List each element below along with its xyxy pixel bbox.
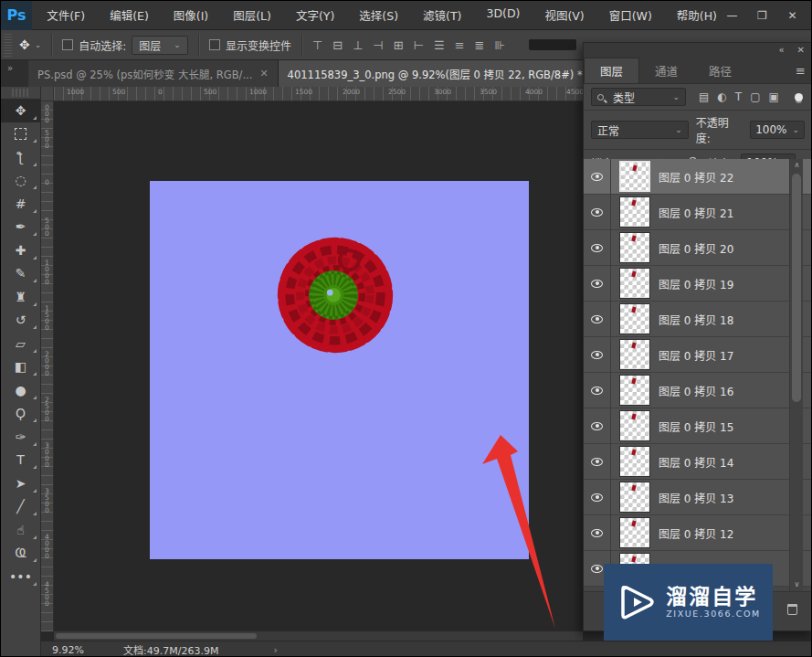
layer-thumbnail[interactable] [619,196,650,228]
tool-button[interactable]: Ϙ [1,402,40,426]
document-tab-inactive[interactable]: PS.psd @ 25% (ps如何秒变 大长腿, RGB/... ✕ [28,60,279,87]
layer-thumbnail[interactable] [619,339,650,370]
tool-button[interactable]: Ҩ [1,542,40,566]
visibility-cell[interactable] [584,444,611,480]
visibility-cell[interactable] [584,480,611,515]
visibility-cell[interactable] [584,230,611,266]
canvas-area[interactable] [54,101,583,631]
filter-icon[interactable]: ▣ [769,90,779,103]
layer-thumbnail[interactable] [619,232,650,263]
tool-button[interactable]: ✒ [1,216,40,239]
menu-item[interactable]: 3D(D) [486,6,520,24]
close-panel-icon[interactable]: ✕ [797,45,805,55]
align-icon[interactable]: ⊢ [414,38,424,52]
align-icon[interactable]: ☰ [434,38,445,52]
tool-button[interactable]: ♜ [1,285,40,309]
tool-button[interactable] [1,122,40,146]
tool-button[interactable]: ••• [1,565,40,588]
visibility-cell[interactable] [584,195,611,230]
close-button[interactable]: ✕ [777,5,807,26]
menu-item[interactable]: 图像(I) [174,6,208,24]
tool-button[interactable]: ◧ [1,355,40,379]
panel-menu-icon[interactable]: ≡ [796,64,805,78]
align-icon[interactable]: ⊞ [394,38,404,52]
horizontal-scrollbar[interactable] [54,631,583,641]
tool-button[interactable]: # [1,192,40,216]
scroll-down-icon[interactable]: ∨ [790,578,804,591]
filter-icon[interactable]: ▢ [750,90,760,103]
tool-button[interactable]: ◌ [1,169,40,193]
layer-thumbnail[interactable] [619,303,650,334]
document-tab-active[interactable]: 401115839_3_0.png @ 9.92%(图层 0 拷贝 22, RG… [279,60,593,87]
visibility-cell[interactable] [584,373,611,408]
filter-toggle-knob[interactable] [795,93,803,101]
status-chevron-icon[interactable]: › [273,644,277,656]
layer-row[interactable]: 图层 0 拷贝 16 [584,373,812,408]
tool-button[interactable]: ➤ [1,472,40,495]
align-icon[interactable]: ⊤ [312,38,322,52]
filter-type-dropdown[interactable]: 类型 ⌄ [591,88,686,106]
menu-item[interactable]: 视图(V) [544,6,584,24]
zoom-level-field[interactable]: 9.92% [52,644,107,656]
layers-scrollbar[interactable]: ∧ ∨ [789,159,803,591]
layer-row[interactable]: 图层 0 拷贝 22 [584,159,812,195]
layer-thumbnail[interactable] [619,375,650,406]
menu-item[interactable]: 图层(L) [233,6,271,24]
layer-row[interactable]: 图层 0 拷贝 14 [584,444,812,480]
visibility-cell[interactable] [584,266,611,302]
blend-mode-dropdown[interactable]: 正常 ⌄ [591,121,689,139]
tool-button[interactable]: ƪ [1,145,40,169]
current-tool-badge[interactable]: ✥ ⌄ [19,37,41,52]
document-image[interactable] [150,181,529,559]
layer-thumbnail[interactable] [619,410,650,441]
toolbar-expand-icon[interactable]: » [1,60,28,87]
tool-button[interactable]: ▱ [1,332,40,355]
maximize-button[interactable]: ❐ [747,5,777,26]
show-transform-checkbox[interactable] [209,39,220,50]
layer-thumbnail[interactable] [619,517,650,548]
menu-item[interactable]: 帮助(H) [677,6,717,24]
menu-item[interactable]: 编辑(E) [110,6,149,24]
filter-icon[interactable]: ▤ [699,90,709,103]
delete-layer-icon[interactable] [787,604,797,615]
layer-row[interactable]: 图层 0 拷贝 12 [584,515,812,551]
scrollbar-thumb[interactable] [792,174,801,402]
layer-thumbnail[interactable] [619,482,650,513]
visibility-cell[interactable] [584,408,611,444]
horizontal-ruler[interactable]: 1000500050010001500200025003000350040004… [54,87,583,101]
menu-item[interactable]: 窗口(W) [609,6,652,24]
scrollbar-thumb[interactable] [56,633,257,639]
align-icon[interactable]: ⊪ [495,38,505,52]
align-icon[interactable]: ⊟ [332,38,343,52]
tool-button[interactable]: ● [1,378,40,402]
tool-button[interactable]: ✥ [1,99,40,122]
layer-row[interactable]: 图层 0 拷贝 21 [584,195,812,230]
filter-icon[interactable]: T [735,90,742,103]
opacity-field[interactable]: 100% ⌄ [750,121,805,139]
align-icon[interactable]: ⊣ [373,38,383,52]
layer-thumbnail[interactable] [619,446,650,477]
menu-item[interactable]: 选择(S) [359,6,398,24]
tool-button[interactable]: ✑ [1,425,40,449]
visibility-cell[interactable] [584,337,611,373]
close-tab-icon[interactable]: ✕ [259,68,268,79]
tool-button[interactable]: T [1,449,40,472]
tab-channels[interactable]: 通道 [639,58,693,83]
align-icon[interactable]: ≡ [455,38,465,52]
tab-layers[interactable]: 图层 [584,58,639,83]
tool-button[interactable]: ✚ [1,238,40,262]
tab-paths[interactable]: 路径 [693,58,747,83]
visibility-cell[interactable] [584,302,611,337]
vertical-ruler[interactable]: 0005000500100015002000250030003500400045… [41,101,54,631]
align-icon[interactable]: ⊥ [353,38,363,52]
layer-row[interactable]: 图层 0 拷贝 15 [584,408,812,444]
collapse-panel-icon[interactable]: « [778,45,784,55]
menu-item[interactable]: 文字(Y) [296,6,334,24]
layer-row[interactable]: 图层 0 拷贝 19 [584,266,812,302]
tool-button[interactable]: ↺ [1,309,40,333]
tool-button[interactable]: ✎ [1,262,40,286]
layer-thumbnail[interactable] [619,161,650,192]
tool-button[interactable]: ☝ [1,518,40,542]
auto-select-checkbox[interactable] [62,39,73,50]
visibility-cell[interactable] [584,515,611,551]
